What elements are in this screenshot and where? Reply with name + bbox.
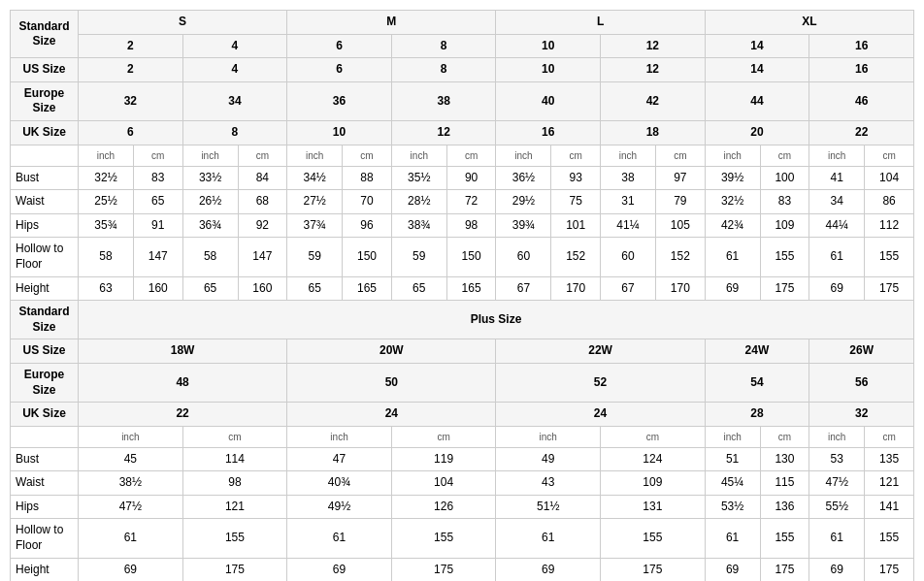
plus-hollow-floor-label: Hollow to Floor [11,519,79,558]
waist-5: 27½ [287,190,343,214]
plus-unit-cm-3: cm [601,426,706,447]
plus-uk-24b: 24 [496,403,705,427]
height-label: Height [11,276,79,301]
empty-cell [11,145,79,166]
unit-cm-5: cm [551,145,601,166]
us-val-2: 2 [79,58,183,82]
waist-16: 86 [865,190,914,214]
plus-waist-3: 40¾ [287,471,392,496]
waist-10: 75 [551,190,601,214]
plus-unit-cm-1: cm [182,426,287,447]
waist-1: 25½ [79,190,134,214]
bust-6: 88 [343,166,392,190]
plus-us-20w: 20W [287,339,496,364]
plus-eu-50: 50 [287,363,496,402]
eu-34: 34 [182,81,287,120]
plus-empty-cell [11,426,79,447]
plus-h-3: 69 [287,558,392,581]
htf-13: 61 [705,238,760,276]
plus-h-8: 175 [760,558,809,581]
plus-us-22w: 22W [496,339,705,364]
unit-inch-6: inch [601,145,656,166]
htf-4: 147 [238,238,287,276]
htf-7: 59 [391,238,446,276]
plus-us-26w: 26W [809,339,914,364]
waist-13: 32½ [705,190,760,214]
htf-16: 155 [865,238,914,276]
xl-label: XL [705,11,913,35]
hips-label: Hips [11,213,79,238]
bust-10: 93 [551,166,601,190]
waist-14: 83 [760,190,809,214]
htf-14: 155 [760,238,809,276]
unit-inch-8: inch [809,145,865,166]
plus-htf-2: 155 [182,519,287,558]
h-6: 165 [343,276,392,301]
htf-1: 58 [79,238,134,276]
plus-htf-6: 155 [601,519,706,558]
plus-hips-3: 49½ [287,495,392,519]
unit-inch-2: inch [182,145,238,166]
bust-8: 90 [446,166,496,190]
plus-h-4: 175 [391,558,496,581]
hips-5: 37¾ [287,213,343,238]
h-15: 69 [809,276,865,301]
us-size-10: 10 [496,34,601,58]
us-val-8: 8 [391,58,496,82]
plus-waist-4: 104 [391,471,496,496]
hips-14: 109 [760,213,809,238]
unit-cm-7: cm [760,145,809,166]
eu-44: 44 [705,81,809,120]
plus-unit-inch-4: inch [705,426,760,447]
plus-waist-2: 98 [182,471,287,496]
plus-h-1: 69 [79,558,183,581]
us-size-2: 2 [79,34,183,58]
plus-bust-10: 135 [865,447,914,471]
us-size-4: 4 [182,34,287,58]
europe-size-header: Europe Size [11,81,79,120]
plus-hips-2: 121 [182,495,287,519]
unit-inch-7: inch [705,145,760,166]
us-val-10: 10 [496,58,601,82]
plus-bust-7: 51 [705,447,760,471]
plus-bust-1: 45 [79,447,183,471]
plus-h-7: 69 [705,558,760,581]
us-size-16: 16 [809,34,914,58]
plus-us-size-header: US Size [11,339,79,364]
plus-waist-9: 47½ [809,471,865,496]
plus-uk-24: 24 [287,403,496,427]
unit-cm-1: cm [133,145,182,166]
plus-bust-6: 124 [601,447,706,471]
htf-9: 60 [496,238,551,276]
hips-10: 101 [551,213,601,238]
eu-40: 40 [496,81,601,120]
waist-11: 31 [601,190,656,214]
plus-bust-9: 53 [809,447,865,471]
bust-12: 97 [655,166,705,190]
plus-waist-6: 109 [601,471,706,496]
plus-bust-4: 119 [391,447,496,471]
plus-europe-size-header: Europe Size [11,363,79,402]
waist-9: 29½ [496,190,551,214]
unit-inch-1: inch [79,145,134,166]
bust-9: 36½ [496,166,551,190]
bust-2: 83 [133,166,182,190]
bust-5: 34½ [287,166,343,190]
plus-eu-48: 48 [79,363,287,402]
plus-unit-inch-1: inch [79,426,183,447]
htf-5: 59 [287,238,343,276]
us-size-8: 8 [391,34,496,58]
plus-size-label: Plus Size [79,301,914,339]
us-val-6: 6 [287,58,392,82]
us-val-4: 4 [182,58,287,82]
plus-htf-1: 61 [79,519,183,558]
plus-unit-cm-5: cm [865,426,914,447]
hips-16: 112 [865,213,914,238]
h-5: 65 [287,276,343,301]
hips-12: 105 [655,213,705,238]
hips-11: 41¼ [601,213,656,238]
s-label: S [79,11,287,35]
unit-cm-2: cm [238,145,287,166]
hips-7: 38¾ [391,213,446,238]
eu-32: 32 [79,81,183,120]
